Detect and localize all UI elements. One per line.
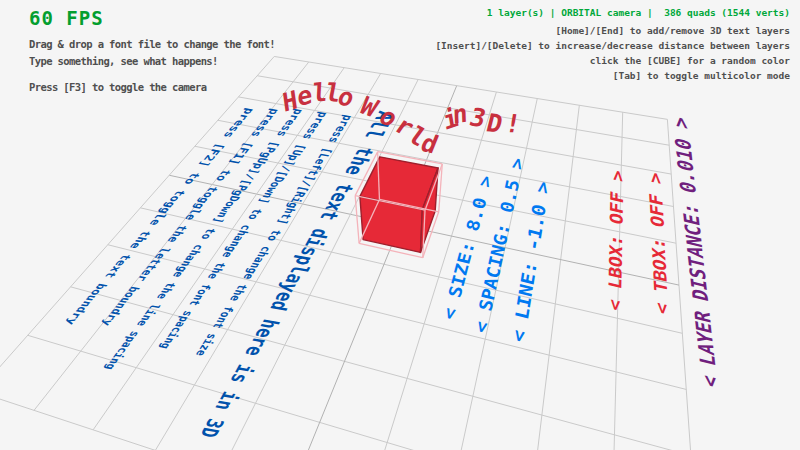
wavy-title-char: ! bbox=[503, 109, 523, 138]
wavy-title-char: n bbox=[452, 98, 468, 130]
help-layer-distance: [Insert]/[Delete] to increase/decrease d… bbox=[435, 40, 790, 51]
help-cube-color: click the [CUBE] for a random color bbox=[590, 55, 790, 66]
help-multicolor: [Tab] to toggle multicolor mode bbox=[613, 70, 790, 81]
status-bar: 1 layer(s) | ORBITAL camera | 386 quads … bbox=[487, 7, 790, 18]
fps-counter: 60 FPS bbox=[29, 7, 104, 29]
app-window: All the text displayed here is in 3Dpres… bbox=[0, 0, 800, 450]
hint-dragdrop: Drag & drop a font file to change the fo… bbox=[29, 38, 275, 50]
hint-type: Type something, see what happens! bbox=[29, 55, 218, 67]
help-layers: [Home]/[End] to add/remove 3D text layer… bbox=[556, 25, 791, 36]
wavy-title-char: e bbox=[296, 80, 313, 112]
hint-camera-toggle: Press [F3] to toggle the camera bbox=[29, 81, 206, 93]
ground-text-tbox-setting: < TBOX: OFF > bbox=[644, 170, 673, 316]
ground-text-lbox-setting: < LBOX: OFF > bbox=[604, 168, 627, 313]
scene-canvas[interactable]: All the text displayed here is in 3Dpres… bbox=[0, 0, 800, 450]
